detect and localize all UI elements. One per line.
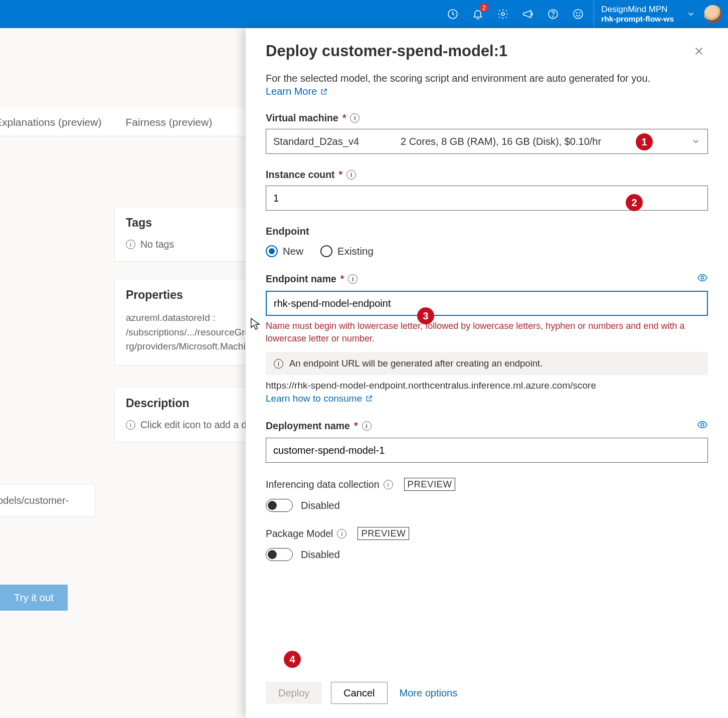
more-options-link[interactable]: More options <box>400 687 458 699</box>
package-model-label: Package Model i PREVIEW <box>266 527 708 540</box>
endpoint-name-validation: Name must begin with lowercase letter, f… <box>266 320 708 345</box>
megaphone-icon[interactable] <box>515 0 540 28</box>
callout-4: 4 <box>284 651 301 668</box>
tags-empty: No tags <box>140 239 174 250</box>
instance-label: Instance count * i <box>266 169 708 181</box>
package-toggle[interactable] <box>266 548 293 561</box>
external-link-icon <box>320 88 328 96</box>
gear-icon[interactable] <box>490 0 515 28</box>
chevron-down-icon <box>691 137 700 146</box>
external-link-icon <box>365 395 373 403</box>
eye-icon[interactable] <box>697 272 708 286</box>
radio-new-label: New <box>283 245 303 257</box>
avatar[interactable] <box>704 5 722 23</box>
account-switcher[interactable]: DesignMind MPN rhk-prompt-flow-ws <box>594 0 681 28</box>
learn-consume-label: Learn how to consume <box>266 393 362 404</box>
endpoint-info-strip: i An endpoint URL will be generated afte… <box>266 352 708 375</box>
model-path-text: odels/customer- <box>0 495 69 506</box>
inference-toggle[interactable] <box>266 499 293 512</box>
info-icon[interactable]: i <box>346 170 356 180</box>
callout-1: 1 <box>636 133 653 150</box>
intro-text: For the selected model, the scoring scri… <box>266 71 708 86</box>
endpoint-url: https://rhk-spend-model-endpoint.northce… <box>266 380 708 391</box>
model-path-card: odels/customer- <box>0 484 95 517</box>
package-toggle-state: Disabled <box>301 549 340 561</box>
endpoint-name-input[interactable] <box>266 291 708 316</box>
try-it-out-button[interactable]: Try it out <box>0 585 68 611</box>
svg-point-1 <box>501 13 504 16</box>
info-icon[interactable]: i <box>337 529 346 538</box>
svg-point-6 <box>580 13 580 13</box>
learn-consume-link[interactable]: Learn how to consume <box>266 393 373 404</box>
smile-icon[interactable] <box>566 0 591 28</box>
account-chevron-down-icon[interactable] <box>681 10 701 19</box>
info-icon[interactable]: i <box>384 480 393 489</box>
close-icon[interactable] <box>690 42 708 60</box>
info-icon[interactable]: i <box>350 113 359 123</box>
clock-icon[interactable] <box>440 0 465 28</box>
info-icon: i <box>126 240 135 249</box>
preview-tag: PREVIEW <box>357 527 409 540</box>
inference-toggle-state: Disabled <box>301 500 340 511</box>
radio-new[interactable]: New <box>266 245 303 257</box>
tab-fairness[interactable]: Fairness (preview) <box>125 116 212 128</box>
learn-more-link[interactable]: Learn More <box>266 86 328 97</box>
radio-existing-label: Existing <box>337 245 374 257</box>
deployment-name-input[interactable] <box>266 438 708 463</box>
vm-label: Virtual machine * i <box>266 112 708 124</box>
top-bar: 2 DesignMind MPN rhk-prompt-flow-ws <box>0 0 728 28</box>
svg-point-5 <box>577 13 577 13</box>
svg-point-4 <box>574 10 583 19</box>
callout-3: 3 <box>417 307 434 324</box>
deploy-button[interactable]: Deploy <box>266 682 322 704</box>
bell-icon[interactable]: 2 <box>465 0 490 28</box>
info-icon: i <box>126 420 135 430</box>
callout-2: 2 <box>626 194 643 211</box>
flyout-title: Deploy customer-spend-model:1 <box>266 42 690 60</box>
radio-existing[interactable]: Existing <box>320 245 374 257</box>
vm-value: Standard_D2as_v4 <box>273 136 359 147</box>
tenant-label: DesignMind MPN <box>601 5 674 15</box>
deployment-name-label: Deployment name * i <box>266 419 708 433</box>
preview-tag: PREVIEW <box>404 478 456 491</box>
workspace-label: rhk-prompt-flow-ws <box>601 15 674 24</box>
info-icon[interactable]: i <box>362 421 372 431</box>
svg-point-8 <box>701 424 704 427</box>
cursor-icon <box>250 317 261 331</box>
tab-explanations[interactable]: Explanations (preview) <box>0 116 101 128</box>
deploy-flyout: Deploy customer-spend-model:1 For the se… <box>246 28 728 718</box>
info-icon: i <box>274 359 283 369</box>
help-icon[interactable] <box>540 0 566 28</box>
vm-details: 2 Cores, 8 GB (RAM), 16 GB (Disk), $0.10… <box>401 136 601 147</box>
info-icon[interactable]: i <box>348 274 357 284</box>
svg-point-3 <box>553 16 554 17</box>
inference-collection-label: Inferencing data collection i PREVIEW <box>266 478 708 491</box>
svg-point-7 <box>701 276 704 279</box>
flyout-footer: Deploy Cancel More options <box>266 672 708 718</box>
cancel-button[interactable]: Cancel <box>331 682 387 704</box>
endpoint-heading: Endpoint <box>266 226 708 237</box>
eye-icon[interactable] <box>697 419 708 433</box>
notification-badge: 2 <box>479 3 488 12</box>
learn-more-label: Learn More <box>266 86 317 97</box>
endpoint-name-label: Endpoint name * i <box>266 272 708 286</box>
